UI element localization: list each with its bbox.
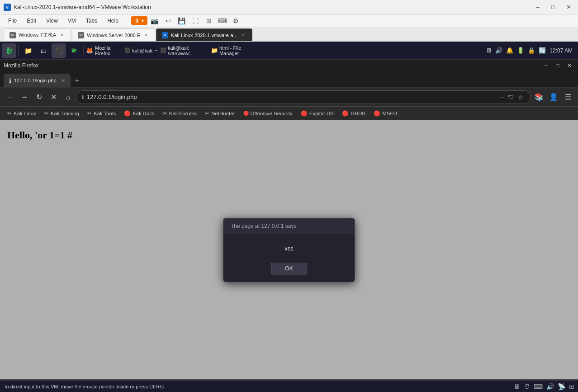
bookmark-kali-training[interactable]: ✂ Kali Training xyxy=(41,109,83,118)
bookmark-offensive-security[interactable]: 🔴 Offensive Security xyxy=(240,109,296,118)
menu-view[interactable]: View xyxy=(42,16,62,25)
ff-sync-button[interactable]: 👤 xyxy=(547,91,560,104)
ff-home-button[interactable]: ⌂ xyxy=(62,91,74,104)
unity-button[interactable]: ⊞ xyxy=(203,15,215,26)
bookmark-kali-tools[interactable]: ✂ Kali Tools xyxy=(84,109,119,118)
bm-msfu-label: MSFU xyxy=(382,111,397,116)
snapshot-button[interactable]: 📷 xyxy=(148,15,161,26)
vm-tab-win2008[interactable]: W Windows Server 2008 E ✕ xyxy=(72,28,155,41)
vm-tab-kali-close[interactable]: ✕ xyxy=(240,32,246,38)
minimize-button[interactable]: – xyxy=(532,3,544,12)
bm-nethunter-label: NetHunter xyxy=(211,111,235,116)
address-more-button[interactable]: ··· xyxy=(497,92,506,102)
vmware-hint-text: To direct input to this VM, move the mou… xyxy=(4,384,165,389)
address-star-button[interactable]: ☆ xyxy=(516,92,525,102)
bm-kali-tools-label: Kali Tools xyxy=(94,111,116,116)
kali-app-icon-folder[interactable]: 🗂 xyxy=(36,43,51,58)
ff-forward-button[interactable]: → xyxy=(18,91,31,104)
ff-minimize-button[interactable]: – xyxy=(541,61,551,70)
vm-tab-win7-close[interactable]: ✕ xyxy=(59,32,65,38)
ff-tab-login-icon: ℹ xyxy=(9,77,11,84)
menu-file[interactable]: File xyxy=(4,16,21,25)
kali-app-icon-kali[interactable]: 🐲 xyxy=(67,43,81,58)
bookmark-kali-forums[interactable]: ✂ Kali Forums xyxy=(159,109,200,118)
vm-tab-win7[interactable]: W Windows 7主机A ✕ xyxy=(4,28,71,41)
bookmark-exploit-db[interactable]: 🔴 Exploit-DB xyxy=(297,109,337,118)
alert-overlay: The page at 127.0.0.1 says xss OK xyxy=(0,120,578,379)
send-keys-button[interactable]: ⌨ xyxy=(216,15,229,26)
vmware-titlebar: V Kali-Linux-2020.1-vmware-amd64 – VMwar… xyxy=(0,0,578,14)
kali-open-filemanager[interactable]: 📁 html - File Manager xyxy=(211,43,261,58)
kali-open-terminal2[interactable]: ⬛ kali@kali: /var/www/... xyxy=(160,43,210,58)
vm-status-icon-1[interactable]: 🖥 xyxy=(514,383,520,390)
alert-dialog-header: The page at 127.0.0.1 says xyxy=(223,218,355,234)
kali-open-terminal1[interactable]: ⬛ kali@kali: ~ xyxy=(123,43,159,58)
ff-content: Hello, 'or 1=1 # The page at 127.0.0.1 s… xyxy=(0,120,578,379)
menu-help[interactable]: Help xyxy=(103,16,123,25)
vm-status-icon-4[interactable]: 🔊 xyxy=(546,383,554,390)
bm-ghdb-label: GHDB xyxy=(351,111,365,116)
vm-status-icon-5[interactable]: 📡 xyxy=(558,383,565,390)
kali-app-icon-files[interactable]: 📁 xyxy=(21,43,35,58)
vm-status-icon-2[interactable]: ⏱ xyxy=(524,383,530,390)
ff-address-bar[interactable]: ℹ 127.0.0.1/login.php ··· 🛡 ☆ xyxy=(76,90,531,104)
address-shield-button[interactable]: 🛡 xyxy=(507,92,516,102)
firefox-window-title: Mozilla Firefox xyxy=(4,62,38,69)
ff-tab-login[interactable]: ℹ 127.0.0.1/login.php ✕ xyxy=(4,74,71,87)
suspend-button[interactable]: 💾 xyxy=(175,15,188,26)
vm-tab-win2008-close[interactable]: ✕ xyxy=(143,32,149,38)
kali-battery-icon[interactable]: 🔋 xyxy=(517,47,524,54)
vmware-menubar: File Edit View VM Tabs Help ⏸ ▼ 📷 ↩ 💾 ⛶ … xyxy=(0,14,578,27)
bookmark-ghdb[interactable]: 🔴 GHDB xyxy=(338,109,369,118)
ff-maximize-button[interactable]: □ xyxy=(553,61,563,70)
vm-status-icon-6[interactable]: ⊞ xyxy=(569,383,574,390)
alert-dialog: The page at 127.0.0.1 says xss OK xyxy=(223,218,355,282)
menu-edit[interactable]: Edit xyxy=(22,16,41,25)
kali-monitor-icon[interactable]: 🖥 xyxy=(486,47,492,54)
ff-reload-button[interactable]: ↻ xyxy=(33,91,45,104)
bookmark-kali-docs[interactable]: 🔴 Kali Docs xyxy=(120,109,158,118)
kali-notif-icon[interactable]: 🔔 xyxy=(506,47,513,54)
bm-kali-tools-icon: ✂ xyxy=(87,110,92,117)
settings-button[interactable]: ⚙ xyxy=(230,15,242,26)
ff-tabbar: ℹ 127.0.0.1/login.php ✕ + xyxy=(0,71,578,88)
fullscreen-button[interactable]: ⛶ xyxy=(189,15,202,26)
vm-tab-kali[interactable]: K Kali-Linux-2020.1-vmware-a... ✕ xyxy=(156,28,252,41)
bookmark-msfu[interactable]: 🔴 MSFU xyxy=(370,109,401,118)
kali-app-icon-dragon[interactable]: 🐉 xyxy=(2,43,16,58)
ff-close-button[interactable]: ✕ xyxy=(564,61,574,70)
ff-stop-button[interactable]: ✕ xyxy=(47,91,60,104)
pause-dropdown-arrow: ▼ xyxy=(141,19,145,23)
ff-new-tab-button[interactable]: + xyxy=(71,74,83,87)
alert-ok-button[interactable]: OK xyxy=(271,263,307,274)
vm-tab-win2008-label: Windows Server 2008 E xyxy=(87,33,140,38)
menu-tabs[interactable]: Tabs xyxy=(81,16,102,25)
pause-button[interactable]: ⏸ ▼ xyxy=(131,16,147,25)
ff-library-button[interactable]: 📚 xyxy=(533,91,545,104)
vmware-statusbar-right: 🖥 ⏱ ⌨ 🔊 📡 ⊞ xyxy=(514,383,574,390)
kali-clock: 12:07 AM xyxy=(550,47,573,54)
alert-message: xss xyxy=(284,245,294,252)
maximize-button[interactable]: □ xyxy=(547,3,559,12)
ff-tab-login-close[interactable]: ✕ xyxy=(61,78,65,84)
vm-status-icon-3[interactable]: ⌨ xyxy=(534,383,543,390)
close-button[interactable]: ✕ xyxy=(563,3,574,12)
kali-open-firefox[interactable]: 🦊 Mozilla Firefox xyxy=(86,43,122,58)
vm-tab-win7-icon: W xyxy=(9,32,16,38)
bm-kali-docs-label: Kali Docs xyxy=(133,111,155,116)
bookmark-kali-linux[interactable]: ✂ Kali Linux xyxy=(4,109,40,118)
ff-menu-button[interactable]: ☰ xyxy=(562,91,574,104)
menu-vm[interactable]: VM xyxy=(63,16,81,25)
kali-sync-icon[interactable]: 🔄 xyxy=(539,47,546,54)
vmware-titlebar-left: V Kali-Linux-2020.1-vmware-amd64 – VMwar… xyxy=(4,4,151,11)
filemanager-label: html - File Manager xyxy=(219,45,261,56)
kali-volume-icon[interactable]: 🔊 xyxy=(495,47,502,54)
bookmark-nethunter[interactable]: ✂ NetHunter xyxy=(201,109,238,118)
alert-dialog-footer: OK xyxy=(223,259,355,282)
kali-lock-icon[interactable]: 🔒 xyxy=(528,47,535,54)
bm-exploit-db-label: Exploit-DB xyxy=(309,111,334,116)
kali-app-icon-terminal[interactable]: ⬛ xyxy=(52,43,66,58)
ff-back-button[interactable]: ← xyxy=(4,91,16,104)
bm-exploit-db-icon: 🔴 xyxy=(301,110,308,117)
revert-button[interactable]: ↩ xyxy=(162,15,175,26)
